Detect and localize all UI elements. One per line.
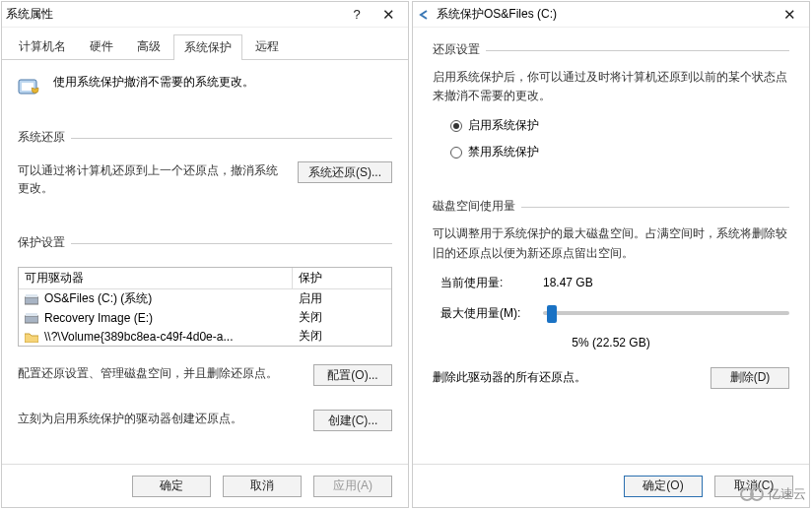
drive-icon	[23, 312, 40, 324]
apply-button[interactable]: 应用(A)	[313, 476, 392, 497]
svg-rect-2	[25, 297, 38, 304]
svg-rect-3	[26, 294, 37, 297]
section-restore-settings: 还原设置	[433, 41, 789, 58]
max-usage-label: 最大使用量(M):	[440, 305, 525, 322]
window-title: 系统属性	[6, 6, 53, 23]
watermark-logo: 亿速云	[740, 485, 806, 503]
tab-advanced[interactable]: 高级	[126, 33, 171, 59]
tab-system-protection[interactable]: 系统保护	[173, 34, 242, 60]
system-protection-config-dialog: 系统保护OS&Files (C:) ✕ 还原设置 启用系统保护后，你可以通过及时…	[412, 1, 810, 508]
restore-description: 可以通过将计算机还原到上一个还原点，撤消系统更改。	[18, 161, 282, 197]
radio-icon	[450, 120, 462, 132]
current-usage-label: 当前使用量:	[440, 275, 525, 291]
close-icon[interactable]: ✕	[372, 3, 404, 27]
max-usage-percent: 5% (22.52 GB)	[433, 336, 789, 350]
help-button[interactable]: ?	[341, 3, 372, 27]
drive-icon	[23, 293, 40, 305]
footer-left: 确定 取消 应用(A)	[2, 464, 408, 507]
tab-strip: 计算机名 硬件 高级 系统保护 远程	[2, 28, 408, 60]
configure-button[interactable]: 配置(O)...	[313, 364, 392, 386]
system-restore-button[interactable]: 系统还原(S)...	[298, 161, 392, 183]
shield-monitor-icon	[18, 76, 43, 101]
folder-icon	[23, 331, 40, 343]
create-description: 立刻为启用系统保护的驱动器创建还原点。	[18, 410, 298, 427]
svg-rect-5	[26, 313, 37, 316]
dialog-leftarrow-icon	[417, 8, 431, 22]
delete-description: 删除此驱动器的所有还原点。	[433, 369, 586, 386]
configure-description: 配置还原设置、管理磁盘空间，并且删除还原点。	[18, 364, 298, 382]
tab-hardware[interactable]: 硬件	[79, 33, 124, 59]
delete-button[interactable]: 删除(D)	[710, 367, 789, 389]
table-row[interactable]: \\?\Volume{389bc8ea-c49f-4d0e-a... 关闭	[19, 327, 391, 346]
drive-table[interactable]: 可用驱动器 保护 OS&Files (C:) (系统) 启用 Recovery …	[18, 267, 392, 347]
window-title: 系统保护OS&Files (C:)	[437, 6, 557, 23]
col-protection: 保护	[293, 268, 391, 288]
max-usage-slider[interactable]	[543, 311, 789, 315]
disk-usage-desc: 可以调整用于系统保护的最大磁盘空间。占满空间时，系统将删除较旧的还原点以便为新还…	[433, 224, 789, 262]
radio-icon	[450, 147, 462, 159]
titlebar-left: 系统属性 ? ✕	[2, 2, 408, 28]
current-usage-value: 18.47 GB	[543, 276, 593, 289]
section-protection-settings: 保护设置	[18, 234, 392, 251]
intro-text: 使用系统保护撤消不需要的系统更改。	[53, 74, 254, 91]
restore-settings-desc: 启用系统保护后，你可以通过及时将计算机还原到以前的某个状态点来撤消不需要的更改。	[433, 68, 789, 105]
system-properties-dialog: 系统属性 ? ✕ 计算机名 硬件 高级 系统保护 远程 使用系统保护撤消不需要的…	[1, 1, 409, 508]
tab-remote[interactable]: 远程	[244, 33, 290, 59]
col-drives: 可用驱动器	[19, 268, 293, 288]
ok-button[interactable]: 确定	[132, 476, 211, 497]
cancel-button[interactable]: 取消	[223, 476, 302, 497]
section-disk-usage: 磁盘空间使用量	[433, 198, 789, 215]
close-icon[interactable]: ✕	[774, 3, 805, 27]
radio-enable-protection[interactable]: 启用系统保护	[450, 117, 789, 134]
slider-thumb[interactable]	[547, 305, 557, 323]
svg-rect-4	[25, 316, 38, 323]
table-row[interactable]: OS&Files (C:) (系统) 启用	[19, 289, 391, 308]
table-row[interactable]: Recovery Image (E:) 关闭	[19, 308, 391, 327]
create-button[interactable]: 创建(C)...	[313, 410, 392, 431]
radio-disable-protection[interactable]: 禁用系统保护	[450, 144, 789, 160]
tab-computer-name[interactable]: 计算机名	[8, 33, 77, 59]
titlebar-right: 系统保护OS&Files (C:) ✕	[413, 2, 809, 28]
section-system-restore: 系统还原	[18, 129, 392, 146]
ok-button[interactable]: 确定(O)	[624, 476, 703, 497]
